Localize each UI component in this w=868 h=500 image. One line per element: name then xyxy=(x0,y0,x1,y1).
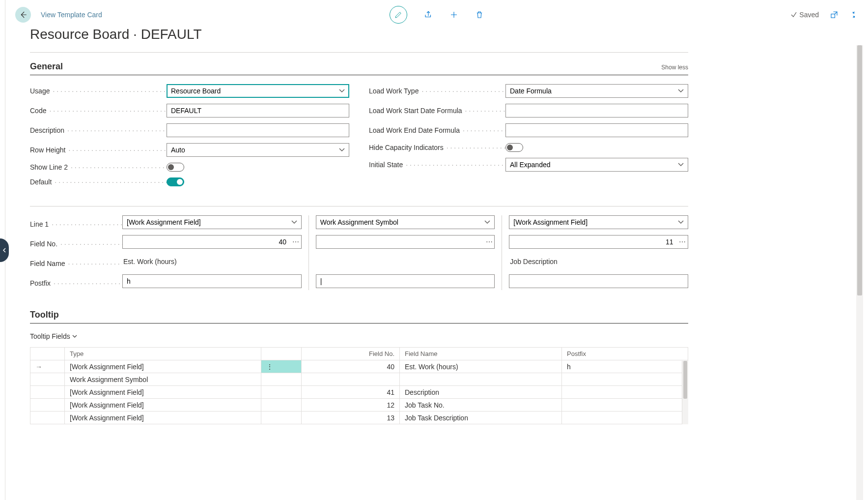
share-button[interactable] xyxy=(424,10,433,19)
cell-field-no[interactable]: 41 xyxy=(302,386,400,399)
initial-state-select[interactable]: All Expanded xyxy=(505,158,688,172)
line1-col1-lookup[interactable]: ⋯ xyxy=(290,235,302,249)
line1-col1-type[interactable]: [Work Assignment Field] xyxy=(122,215,302,229)
cell-more[interactable]: ⋮ xyxy=(261,360,302,373)
label-show-line2: Show Line 2 xyxy=(30,163,167,171)
cell-type[interactable]: [Work Assignment Field] xyxy=(65,399,261,412)
description-input[interactable] xyxy=(167,123,349,137)
trash-icon xyxy=(475,10,484,19)
row-selector[interactable] xyxy=(30,386,65,399)
cell-field-name[interactable]: Est. Work (hours) xyxy=(400,360,562,373)
label-hide-capacity: Hide Capacity Indicators xyxy=(369,144,505,151)
page-title: Resource Board · DEFAULT xyxy=(30,27,688,42)
label-code: Code xyxy=(30,107,167,115)
saved-indicator: Saved xyxy=(790,11,819,19)
cell-field-no[interactable] xyxy=(302,373,400,386)
cell-field-no[interactable]: 13 xyxy=(302,412,400,424)
row-selector[interactable]: → xyxy=(30,360,65,373)
new-button[interactable] xyxy=(449,10,458,19)
line1-col3-type[interactable]: [Work Assignment Field] xyxy=(509,215,688,229)
th-field-name[interactable]: Field Name xyxy=(400,348,562,360)
page-scrollbar[interactable] xyxy=(856,45,863,500)
line1-col3-fieldno[interactable] xyxy=(509,235,677,249)
hide-capacity-toggle[interactable] xyxy=(505,143,523,152)
popout-button[interactable] xyxy=(830,10,839,19)
back-button[interactable] xyxy=(15,7,31,23)
chevron-left-icon xyxy=(2,248,7,253)
breadcrumb[interactable]: View Template Card xyxy=(41,11,102,19)
cell-type[interactable]: Work Assignment Symbol xyxy=(65,373,261,386)
label-default: Default xyxy=(30,178,167,186)
cell-more[interactable] xyxy=(261,399,302,412)
cell-type[interactable]: [Work Assignment Field] xyxy=(65,386,261,399)
line1-col3-postfix[interactable] xyxy=(509,274,688,288)
label-load-end: Load Work End Date Formula xyxy=(369,126,505,134)
show-line2-toggle[interactable] xyxy=(167,163,184,172)
code-input[interactable] xyxy=(167,104,349,118)
share-icon xyxy=(424,10,433,19)
load-end-input[interactable] xyxy=(505,123,688,137)
edit-button[interactable] xyxy=(390,6,407,24)
cell-field-no[interactable]: 12 xyxy=(302,399,400,412)
show-less-link[interactable]: Show less xyxy=(661,64,688,71)
arrow-left-icon xyxy=(19,10,28,19)
table-row[interactable]: →[Work Assignment Field]⋮40Est. Work (ho… xyxy=(30,360,688,373)
label-load-start: Load Work Start Date Formula xyxy=(369,107,505,115)
section-title-general: General xyxy=(30,61,661,72)
row-selector[interactable] xyxy=(30,399,65,412)
cell-postfix[interactable] xyxy=(562,373,688,386)
collapse-button[interactable] xyxy=(849,10,858,19)
label-load-work-type: Load Work Type xyxy=(369,87,505,95)
cell-type[interactable]: [Work Assignment Field] xyxy=(65,360,261,373)
plus-icon xyxy=(449,10,458,19)
cell-postfix[interactable] xyxy=(562,386,688,399)
load-work-type-select[interactable]: Date Formula xyxy=(505,84,688,98)
label-field-no: Field No. xyxy=(30,237,122,251)
row-selector[interactable] xyxy=(30,373,65,386)
cell-postfix[interactable] xyxy=(562,412,688,424)
load-start-input[interactable] xyxy=(505,104,688,118)
line1-col2-postfix[interactable] xyxy=(316,274,495,288)
table-row[interactable]: [Work Assignment Field]13Job Task Descri… xyxy=(30,412,688,424)
table-scrollbar[interactable] xyxy=(682,361,688,424)
row-selector[interactable] xyxy=(30,412,65,424)
default-toggle[interactable] xyxy=(167,177,184,186)
cell-postfix[interactable] xyxy=(562,399,688,412)
line1-col2-lookup[interactable]: ⋯ xyxy=(484,235,495,249)
table-row[interactable]: [Work Assignment Field]41Description xyxy=(30,386,688,399)
popout-icon xyxy=(830,10,839,19)
section-title-tooltip: Tooltip xyxy=(30,310,688,320)
cell-more[interactable] xyxy=(261,373,302,386)
cell-postfix[interactable]: h xyxy=(562,360,688,373)
row-height-select[interactable]: Auto xyxy=(167,143,349,157)
usage-select[interactable]: Resource Board xyxy=(167,84,349,98)
line1-col3-lookup[interactable]: ⋯ xyxy=(677,235,689,249)
table-row[interactable]: Work Assignment Symbol xyxy=(30,373,688,386)
th-postfix[interactable]: Postfix xyxy=(562,348,688,360)
line1-col2-fieldname xyxy=(316,255,495,268)
check-icon xyxy=(790,11,797,18)
th-type[interactable]: Type xyxy=(65,348,261,360)
label-usage: Usage xyxy=(30,87,167,95)
pencil-icon xyxy=(394,10,403,19)
table-row[interactable]: [Work Assignment Field]12Job Task No. xyxy=(30,399,688,412)
line1-col2-fieldno[interactable] xyxy=(316,235,484,249)
cell-type[interactable]: [Work Assignment Field] xyxy=(65,412,261,424)
cell-more[interactable] xyxy=(261,412,302,424)
th-field-no[interactable]: Field No. xyxy=(302,348,400,360)
line1-col1-fieldname: Est. Work (hours) xyxy=(122,255,302,268)
cell-more[interactable] xyxy=(261,386,302,399)
cell-field-name[interactable]: Job Task No. xyxy=(400,399,562,412)
cell-field-name[interactable]: Description xyxy=(400,386,562,399)
delete-button[interactable] xyxy=(475,10,484,19)
line1-col3-fieldname: Job Description xyxy=(509,255,688,268)
label-row-height: Row Height xyxy=(30,146,167,154)
cell-field-name[interactable] xyxy=(400,373,562,386)
cell-field-name[interactable]: Job Task Description xyxy=(400,412,562,424)
line1-col2-type[interactable]: Work Assignment Symbol xyxy=(316,215,495,229)
cell-field-no[interactable]: 40 xyxy=(302,360,400,373)
tooltip-fields-menu[interactable]: Tooltip Fields xyxy=(30,332,688,340)
label-line1: Line 1 xyxy=(30,217,122,231)
line1-col1-fieldno[interactable] xyxy=(122,235,290,249)
line1-col1-postfix[interactable] xyxy=(122,274,302,288)
